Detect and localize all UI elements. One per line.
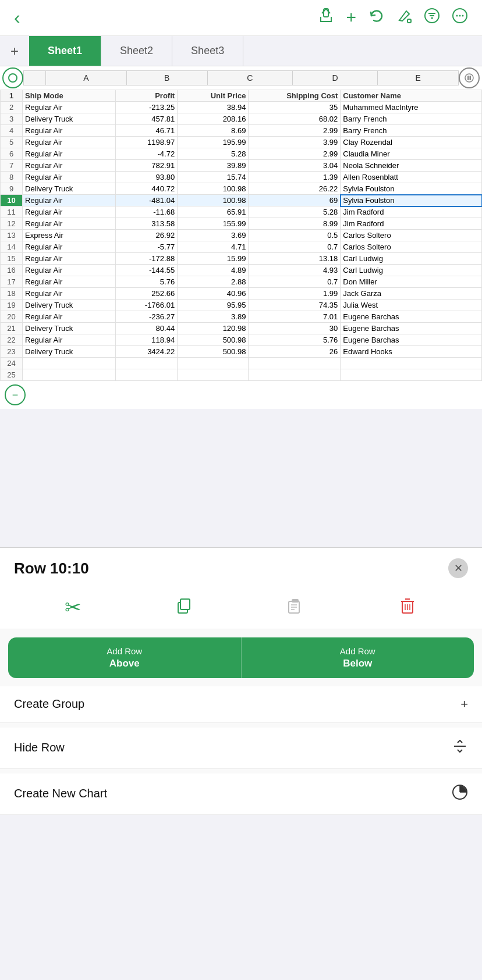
table-row[interactable]: 14Regular Air-5.774.710.7Carlos Soltero	[1, 241, 482, 253]
sheet-tab-sheet2[interactable]: Sheet2	[101, 36, 172, 66]
pause-button[interactable]	[459, 67, 480, 88]
cell[interactable]	[23, 369, 116, 381]
cell[interactable]: Regular Air	[23, 265, 116, 276]
cell[interactable]: Regular Air	[23, 102, 116, 113]
cell[interactable]: 26.92	[116, 230, 178, 241]
create-new-chart-item[interactable]: Create New Chart	[0, 774, 482, 815]
cell[interactable]: 26	[249, 346, 341, 358]
table-row[interactable]: 3Delivery Truck457.81208.1668.02Barry Fr…	[1, 113, 482, 125]
cell[interactable]: Don Miller	[341, 276, 482, 288]
cell[interactable]: 74.35	[249, 300, 341, 311]
cell[interactable]: 65.91	[178, 206, 249, 218]
create-group-item[interactable]: Create Group +	[0, 686, 482, 723]
filter-icon[interactable]	[424, 8, 440, 28]
paste-icon[interactable]	[285, 596, 305, 619]
cell[interactable]: Carl Ludwig	[341, 265, 482, 276]
cell[interactable]: Carl Ludwig	[341, 253, 482, 265]
cell[interactable]: 5.76	[116, 276, 178, 288]
cell[interactable]: Ship Mode	[23, 90, 116, 102]
col-d-header[interactable]: D	[292, 71, 377, 85]
undo-icon[interactable]	[368, 8, 384, 28]
cell[interactable]	[116, 369, 178, 381]
cell[interactable]: 0.5	[249, 230, 341, 241]
cell[interactable]: 3424.22	[116, 346, 178, 358]
table-row[interactable]: 9Delivery Truck440.72100.9826.22Sylvia F…	[1, 183, 482, 195]
cell[interactable]: 46.71	[116, 125, 178, 137]
sheet-tab-sheet1[interactable]: Sheet1	[29, 36, 101, 66]
cell[interactable]: 5.76	[249, 334, 341, 346]
add-icon[interactable]: +	[346, 8, 356, 28]
cell[interactable]: 100.98	[178, 183, 249, 195]
cell[interactable]: Eugene Barchas	[341, 323, 482, 334]
cell[interactable]: Regular Air	[23, 218, 116, 230]
cell[interactable]: 4.89	[178, 265, 249, 276]
cell[interactable]: Regular Air	[23, 195, 116, 206]
cell[interactable]: 155.99	[178, 218, 249, 230]
cell[interactable]: Regular Air	[23, 125, 116, 137]
cell[interactable]: Unit Price	[178, 90, 249, 102]
cell[interactable]: Muhammed MacIntyre	[341, 102, 482, 113]
cell[interactable]: 2.99	[249, 148, 341, 160]
table-row[interactable]: 21Delivery Truck80.44120.9830Eugene Barc…	[1, 323, 482, 334]
cell[interactable]: 7.01	[249, 311, 341, 323]
cell[interactable]: 120.98	[178, 323, 249, 334]
cell[interactable]: -172.88	[116, 253, 178, 265]
cell[interactable]: Regular Air	[23, 276, 116, 288]
table-row[interactable]: 8Regular Air93.8015.741.39Allen Rosenbla…	[1, 172, 482, 183]
cell[interactable]: Eugene Barchas	[341, 334, 482, 346]
table-row[interactable]: 18Regular Air252.6640.961.99Jack Garza	[1, 288, 482, 300]
cell[interactable]: 5.28	[249, 206, 341, 218]
cell[interactable]: 13.18	[249, 253, 341, 265]
cell[interactable]: 313.58	[116, 218, 178, 230]
cell[interactable]: Regular Air	[23, 311, 116, 323]
cell[interactable]: 3.04	[249, 160, 341, 172]
cell[interactable]: Jim Radford	[341, 206, 482, 218]
cell[interactable]: -481.04	[116, 195, 178, 206]
cell[interactable]	[23, 358, 116, 369]
cell[interactable]: 4.71	[178, 241, 249, 253]
paint-icon[interactable]	[396, 8, 412, 28]
cell[interactable]	[116, 358, 178, 369]
cell[interactable]: 0.7	[249, 276, 341, 288]
cell[interactable]: Regular Air	[23, 172, 116, 183]
cell[interactable]: Julia West	[341, 300, 482, 311]
delete-icon[interactable]	[398, 596, 417, 619]
cell[interactable]: Delivery Truck	[23, 346, 116, 358]
table-row[interactable]: 12Regular Air313.58155.998.99Jim Radford	[1, 218, 482, 230]
table-row[interactable]: 1Ship ModeProfitUnit PriceShipping CostC…	[1, 90, 482, 102]
cell[interactable]: Express Air	[23, 230, 116, 241]
cell[interactable]: Eugene Barchas	[341, 311, 482, 323]
table-row[interactable]: 17Regular Air5.762.880.7Don Miller	[1, 276, 482, 288]
more-icon[interactable]	[452, 8, 468, 28]
close-button[interactable]: ✕	[448, 558, 468, 578]
cell[interactable]: 93.80	[116, 172, 178, 183]
cell[interactable]: 15.74	[178, 172, 249, 183]
table-row[interactable]: 7Regular Air782.9139.893.04Neola Schneid…	[1, 160, 482, 172]
cell[interactable]: Claudia Miner	[341, 148, 482, 160]
cell[interactable]: 68.02	[249, 113, 341, 125]
cell[interactable]: Edward Hooks	[341, 346, 482, 358]
cell[interactable]: 500.98	[178, 334, 249, 346]
table-row[interactable]: 4Regular Air46.718.692.99Barry French	[1, 125, 482, 137]
cell[interactable]: 118.94	[116, 334, 178, 346]
add-sheet-button[interactable]: +	[0, 36, 29, 66]
cell[interactable]: 252.66	[116, 288, 178, 300]
cell[interactable]: 208.16	[178, 113, 249, 125]
cell[interactable]	[341, 358, 482, 369]
cell[interactable]: Shipping Cost	[249, 90, 341, 102]
cell[interactable]: Regular Air	[23, 148, 116, 160]
cell[interactable]: 40.96	[178, 288, 249, 300]
cell[interactable]: 195.99	[178, 137, 249, 148]
add-row-below-button[interactable]: Add Row Below	[242, 637, 474, 678]
cell[interactable]: 2.99	[249, 125, 341, 137]
cell[interactable]: Sylvia Foulston	[341, 195, 482, 206]
cell[interactable]: 4.93	[249, 265, 341, 276]
cell[interactable]: 440.72	[116, 183, 178, 195]
cell[interactable]: Regular Air	[23, 334, 116, 346]
cell[interactable]: Customer Name	[341, 90, 482, 102]
cell[interactable]: 3.99	[249, 137, 341, 148]
cell[interactable]: 2.88	[178, 276, 249, 288]
cell[interactable]	[249, 369, 341, 381]
cell[interactable]: 0.7	[249, 241, 341, 253]
cell[interactable]	[249, 358, 341, 369]
